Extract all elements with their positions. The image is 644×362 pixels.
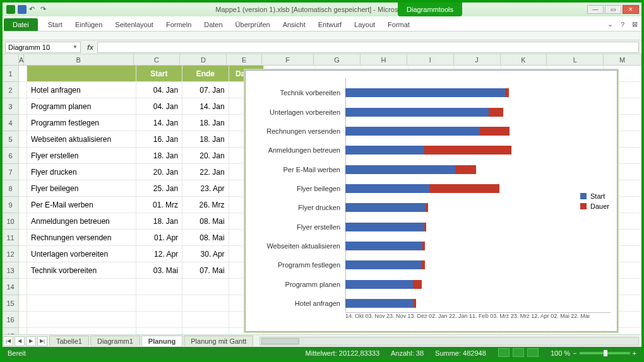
cell[interactable]: Flyer drucken (27, 164, 136, 180)
cell[interactable]: Flyer beilegen (27, 180, 136, 196)
cell[interactable] (19, 312, 27, 327)
sheet-nav-next[interactable]: ▶ (26, 336, 36, 346)
cell[interactable] (27, 312, 136, 327)
cell[interactable]: Rechnungen versenden (27, 230, 136, 245)
cell[interactable] (19, 131, 27, 147)
sheet-tab-planung-gantt[interactable]: Planung mit Gantt (184, 336, 253, 346)
col-header-f[interactable]: F (262, 54, 314, 65)
cell[interactable]: Ende (182, 66, 229, 81)
horizontal-scrollbar[interactable] (259, 337, 639, 346)
tab-format[interactable]: Format (381, 18, 416, 31)
zoom-slider-thumb[interactable] (604, 350, 607, 356)
save-icon[interactable] (18, 5, 27, 14)
cell[interactable]: Anmeldungen betreuen (27, 213, 136, 229)
cell[interactable] (27, 66, 136, 81)
col-header-d[interactable]: D (180, 54, 227, 65)
close-button[interactable]: ✕ (623, 5, 639, 14)
formula-bar[interactable] (97, 42, 639, 53)
row-header[interactable]: 14 (3, 279, 18, 295)
cell[interactable] (19, 164, 27, 180)
row-header[interactable]: 17 (3, 328, 18, 334)
cell[interactable]: Technik vorbereiten (27, 262, 136, 278)
sheet-tab-planung[interactable]: Planung (141, 336, 182, 346)
cell[interactable]: 18. Jan (136, 148, 182, 163)
col-header-i[interactable]: I (407, 54, 454, 65)
tab-formeln[interactable]: Formeln (160, 18, 198, 31)
cell[interactable] (182, 279, 229, 295)
cell[interactable]: 04. Jan (136, 82, 182, 98)
cell[interactable]: 22. Jan (182, 164, 229, 180)
cell[interactable]: 14. Jan (182, 98, 229, 114)
doc-close-icon[interactable]: ⊠ (628, 18, 641, 31)
cell[interactable] (19, 98, 27, 114)
col-header-m[interactable]: M (604, 54, 641, 65)
cell[interactable]: 01. Apr (136, 230, 182, 245)
cell[interactable]: 23. Apr (182, 180, 229, 196)
tab-start[interactable]: Start (42, 18, 69, 31)
cell[interactable]: 14. Jan (136, 115, 182, 131)
cell[interactable]: 25. Jan (136, 180, 182, 196)
cell[interactable] (182, 295, 229, 311)
row-header[interactable]: 8 (3, 180, 18, 197)
name-box[interactable]: Diagramm 10 ▼ (5, 42, 81, 53)
cell[interactable]: Programm festlegen (27, 115, 136, 131)
chart-object[interactable]: Technik vorbereitenUnterlagen vorbereite… (245, 70, 617, 332)
cell[interactable]: 18. Jan (182, 131, 229, 147)
row-header[interactable]: 1 (3, 66, 18, 82)
tab-einfuegen[interactable]: Einfügen (69, 18, 109, 31)
tab-seitenlayout[interactable]: Seitenlayout (109, 18, 160, 31)
cell[interactable] (19, 180, 27, 196)
ribbon-minimize-icon[interactable]: ⌄ (604, 18, 617, 31)
col-header-c[interactable]: C (134, 54, 181, 65)
redo-icon[interactable]: ↷ (40, 5, 49, 14)
cell[interactable]: 20. Jan (182, 148, 229, 163)
cell[interactable]: 01. Mrz (136, 197, 182, 213)
zoom-out-button[interactable]: − (573, 349, 576, 357)
cell[interactable] (19, 230, 27, 245)
cell[interactable]: Programm planen (27, 98, 136, 114)
cell[interactable]: 07. Jan (182, 82, 229, 98)
cell[interactable]: 26. Mrz (182, 197, 229, 213)
sheet-nav-prev[interactable]: ◀ (15, 336, 25, 346)
cell[interactable] (19, 262, 27, 278)
minimize-button[interactable]: — (587, 5, 604, 14)
cell[interactable] (136, 328, 182, 334)
row-header[interactable]: 3 (3, 98, 18, 115)
cell[interactable]: 08. Mai (182, 213, 229, 229)
cell[interactable]: 18. Jan (182, 115, 229, 131)
row-header[interactable]: 2 (3, 82, 18, 98)
cell[interactable] (136, 312, 182, 327)
cell[interactable] (19, 328, 27, 334)
cell[interactable] (19, 246, 27, 262)
cell[interactable]: Unterlagen vorbereiten (27, 246, 136, 262)
view-normal-button[interactable] (498, 348, 510, 357)
cell[interactable]: Hotel anfragen (27, 82, 136, 98)
tab-layout[interactable]: Layout (348, 18, 381, 31)
select-all-corner[interactable] (3, 54, 19, 65)
cell[interactable] (19, 213, 27, 229)
cell[interactable]: 18. Jan (136, 213, 182, 229)
row-header[interactable]: 10 (3, 213, 18, 230)
col-header-h[interactable]: H (361, 54, 407, 65)
cell[interactable] (182, 328, 229, 334)
scrollbar-thumb[interactable] (261, 338, 299, 344)
cell[interactable]: 12. Apr (136, 246, 182, 262)
cell[interactable]: 20. Jan (136, 164, 182, 180)
col-header-l[interactable]: L (547, 54, 604, 65)
col-header-b[interactable]: B (24, 54, 134, 65)
cell[interactable]: Start (136, 66, 182, 81)
help-icon[interactable]: ? (617, 18, 628, 31)
cell[interactable] (19, 279, 27, 295)
cell[interactable]: 08. Mai (182, 230, 229, 245)
col-header-g[interactable]: G (314, 54, 361, 65)
cell[interactable] (27, 279, 136, 295)
sheet-nav-last[interactable]: ▶| (37, 336, 47, 346)
row-header[interactable]: 7 (3, 164, 18, 180)
row-header[interactable]: 12 (3, 246, 18, 262)
row-header[interactable]: 13 (3, 262, 18, 279)
cell[interactable]: 16. Jan (136, 131, 182, 147)
view-page-layout-button[interactable] (513, 348, 524, 357)
col-header-k[interactable]: K (501, 54, 547, 65)
row-header[interactable]: 11 (3, 230, 18, 246)
worksheet-grid[interactable]: A B C D E F G H I J K L M 12345678910111… (3, 54, 641, 334)
